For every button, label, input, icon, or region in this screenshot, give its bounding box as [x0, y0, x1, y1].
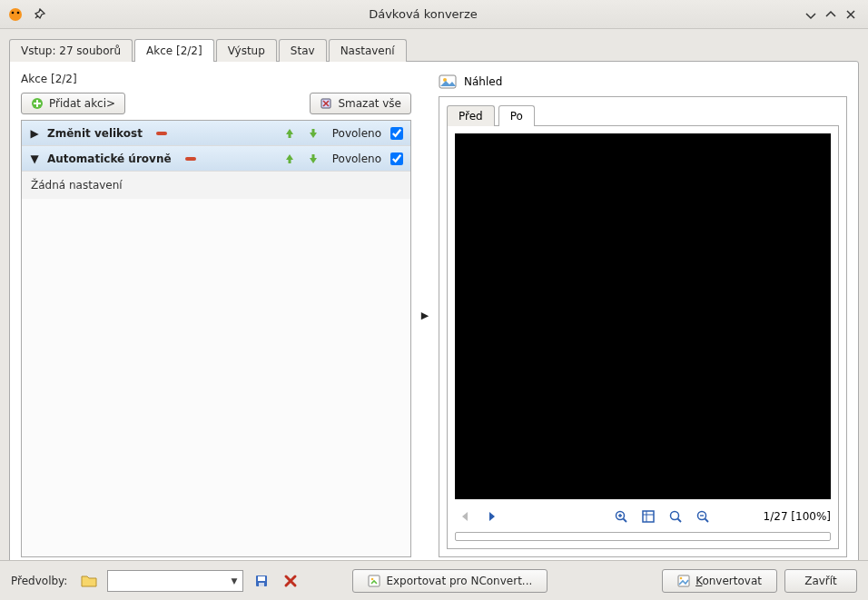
- action-no-settings: Žádná nastavení: [22, 172, 410, 199]
- preview-tabs: Před Po: [447, 105, 839, 126]
- svg-rect-6: [288, 134, 291, 138]
- preview-tab-before[interactable]: Před: [447, 105, 495, 126]
- zoom-in-icon[interactable]: [611, 507, 631, 526]
- preview-icon: [439, 73, 457, 91]
- zoom-out-icon[interactable]: [693, 507, 713, 526]
- remove-action-icon[interactable]: [155, 131, 168, 136]
- window-title: Dávková konverze: [45, 7, 801, 21]
- expand-toggle-icon[interactable]: ▼: [29, 152, 40, 165]
- clear-icon: [320, 97, 332, 110]
- zoom-fit-icon[interactable]: [638, 507, 658, 526]
- svg-rect-7: [311, 129, 314, 133]
- preview-label: Náhled: [464, 75, 502, 88]
- open-preset-icon[interactable]: [78, 570, 100, 592]
- prev-image-icon[interactable]: [455, 507, 475, 526]
- svg-rect-5: [156, 132, 167, 135]
- convert-label: Konvertovat: [695, 575, 762, 587]
- remove-action-icon[interactable]: [184, 156, 197, 162]
- close-dialog-button[interactable]: Zavřít: [784, 569, 857, 593]
- close-button[interactable]: [841, 5, 861, 25]
- window-titlebar: Dávková konverze: [0, 0, 868, 29]
- maximize-button[interactable]: [821, 5, 841, 25]
- action-enabled-checkbox[interactable]: [390, 152, 403, 165]
- preview-box: Před Po: [439, 96, 847, 557]
- clear-all-button[interactable]: Smazat vše: [310, 93, 411, 114]
- move-up-icon[interactable]: [281, 151, 298, 167]
- clear-all-label: Smazat vše: [338, 97, 401, 110]
- pin-icon[interactable]: [33, 8, 45, 21]
- bottom-bar: Předvolby: ▼ Exportovat pro NConvert... …: [0, 560, 868, 600]
- svg-point-2: [17, 11, 20, 14]
- main-tabs: Vstup: 27 souborů Akce [2/2] Výstup Stav…: [9, 39, 859, 62]
- svg-rect-8: [185, 157, 196, 161]
- svg-point-21: [371, 577, 374, 580]
- splitter-handle[interactable]: ▶: [411, 73, 439, 557]
- zoom-actual-icon[interactable]: [666, 507, 686, 526]
- chevron-down-icon: ▼: [231, 576, 237, 585]
- actions-panel: Akce [2/2] Přidat akci> Smazat vše: [9, 61, 859, 569]
- svg-point-15: [670, 512, 678, 520]
- preview-progress: [455, 532, 831, 541]
- export-icon: [368, 575, 380, 587]
- svg-rect-9: [288, 160, 291, 163]
- plus-icon: [31, 97, 44, 110]
- move-down-icon[interactable]: [305, 151, 321, 167]
- chevron-right-icon: ▶: [421, 310, 429, 321]
- action-item: ▼ Automatické úrovně Povoleno: [22, 146, 410, 172]
- add-action-label: Přidat akci>: [49, 97, 115, 110]
- close-label: Zavřít: [804, 575, 837, 587]
- tab-output[interactable]: Výstup: [216, 39, 277, 62]
- export-nconvert-button[interactable]: Exportovat pro NConvert...: [352, 569, 547, 593]
- svg-point-23: [680, 576, 683, 579]
- action-name: Automatické úrovně: [47, 152, 172, 165]
- svg-point-0: [9, 8, 22, 21]
- action-name: Změnit velikost: [47, 127, 143, 140]
- svg-rect-19: [259, 583, 264, 586]
- move-down-icon[interactable]: [305, 125, 321, 142]
- convert-button[interactable]: Konvertovat: [662, 569, 777, 593]
- preview-counter: 1/27 [100%]: [764, 510, 831, 523]
- actions-list: ▶ Změnit velikost Povoleno ▼: [21, 120, 411, 557]
- tab-input[interactable]: Vstup: 27 souborů: [9, 39, 133, 62]
- preview-tab-after[interactable]: Po: [498, 105, 535, 126]
- preview-content: 1/27 [100%]: [447, 125, 839, 549]
- preset-combo[interactable]: ▼: [107, 570, 243, 592]
- next-image-icon[interactable]: [482, 507, 502, 526]
- presets-label: Předvolby:: [11, 575, 67, 587]
- action-status: Povoleno: [332, 127, 381, 140]
- action-enabled-checkbox[interactable]: [390, 127, 403, 140]
- svg-rect-18: [258, 576, 265, 581]
- export-label: Exportovat pro NConvert...: [386, 575, 532, 587]
- actions-section-title: Akce [2/2]: [21, 73, 411, 85]
- convert-icon: [677, 575, 690, 587]
- tab-settings[interactable]: Nastavení: [329, 39, 407, 62]
- move-up-icon[interactable]: [281, 125, 298, 142]
- action-item: ▶ Změnit velikost Povoleno: [22, 121, 410, 146]
- action-status: Povoleno: [332, 152, 381, 165]
- svg-rect-10: [311, 154, 314, 158]
- svg-rect-14: [643, 511, 654, 522]
- save-preset-icon[interactable]: [251, 570, 272, 592]
- tab-status[interactable]: Stav: [279, 39, 327, 62]
- app-icon: [7, 6, 24, 23]
- delete-preset-icon[interactable]: [280, 570, 301, 592]
- svg-point-1: [12, 11, 15, 14]
- tab-actions[interactable]: Akce [2/2]: [134, 39, 214, 62]
- minimize-button[interactable]: [801, 5, 821, 25]
- expand-toggle-icon[interactable]: ▶: [29, 127, 40, 140]
- add-action-button[interactable]: Přidat akci>: [21, 93, 125, 114]
- preview-image: [455, 133, 831, 499]
